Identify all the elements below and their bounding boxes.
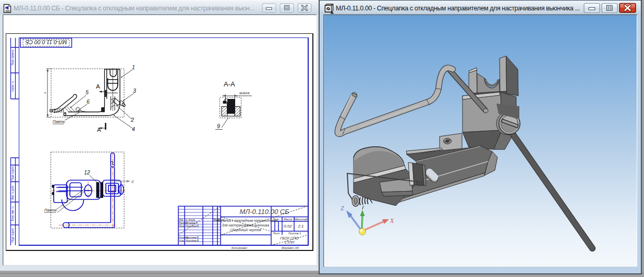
svg-text:0.02: 0.02 (284, 224, 292, 229)
svg-text:Подп. и дата: Подп. и дата (11, 166, 14, 181)
svg-text:Перв. примен.: Перв. примен. (11, 49, 14, 66)
svg-text:Утв.: Утв. (179, 240, 184, 242)
svg-text:А-А: А-А (224, 80, 235, 88)
svg-text:А: А (97, 127, 101, 133)
svg-text:12: 12 (84, 169, 90, 175)
svg-text:Копировал: Копировал (232, 246, 247, 249)
svg-text:Николаев В.: Николаев В. (186, 236, 199, 239)
svg-text:№ докум.: № докум. (185, 219, 196, 221)
svg-text:X: X (390, 217, 394, 224)
svg-text:МЛ-0.11.0.00 - Спецлапка с отк: МЛ-0.11.0.00 - Спецлапка с откладным нап… (336, 5, 580, 12)
svg-text:Масса: Масса (284, 218, 292, 221)
svg-text:Лит.: Лит. (273, 218, 280, 221)
svg-text:Z: Z (341, 205, 344, 212)
svg-text:Формат А4: Формат А4 (282, 246, 299, 249)
svg-text:Лист: Лист (272, 232, 281, 235)
svg-text:Листов 1: Листов 1 (288, 232, 301, 235)
svg-text:Нечаева Н.: Нечаева Н. (186, 222, 198, 224)
svg-text:2: 2 (130, 117, 134, 123)
svg-text:4: 4 (132, 126, 135, 132)
svg-text:Инв. № дубл.: Инв. № дубл. (11, 185, 14, 199)
svg-text:3: 3 (133, 87, 136, 94)
svg-text:МЛ-0.110.00 СБ: МЛ-0.110.00 СБ (239, 208, 289, 216)
svg-text:СТЛП: СТЛП (285, 241, 295, 244)
svg-text:Пров.: Пров. (179, 225, 185, 228)
svg-text:Справ. №: Справ. № (11, 81, 14, 92)
svg-text:2:1: 2:1 (297, 224, 303, 229)
svg-text:Изм: Изм (179, 219, 184, 221)
svg-text:МЛ-0.11.0.00 СБ: МЛ-0.11.0.00 СБ (25, 39, 67, 45)
svg-text:6: 6 (87, 98, 90, 105)
svg-text:6H8/h9: 6H8/h9 (239, 92, 250, 95)
svg-text:Взам. инв. №: Взам. инв. № (11, 206, 14, 221)
svg-text:Дата: Дата (217, 219, 225, 221)
svg-text:Николаев В.: Николаев В. (186, 240, 199, 242)
svg-text:1: 1 (132, 64, 135, 70)
svg-text:Паять: Паять (44, 208, 57, 212)
svg-text:5: 5 (86, 89, 89, 95)
svg-text:X: X (130, 179, 135, 184)
svg-text:9: 9 (217, 123, 220, 129)
svg-text:Паять: Паять (53, 119, 65, 124)
svg-text:Подп. и дата: Подп. и дата (11, 228, 14, 243)
svg-text:Масштаб: Масштаб (294, 218, 308, 221)
svg-text:МЛ-0.11.0.00 СБ - Спецлапка с: МЛ-0.11.0.00 СБ - Спецлапка с откладным … (14, 5, 254, 12)
svg-text:А: А (96, 83, 100, 90)
